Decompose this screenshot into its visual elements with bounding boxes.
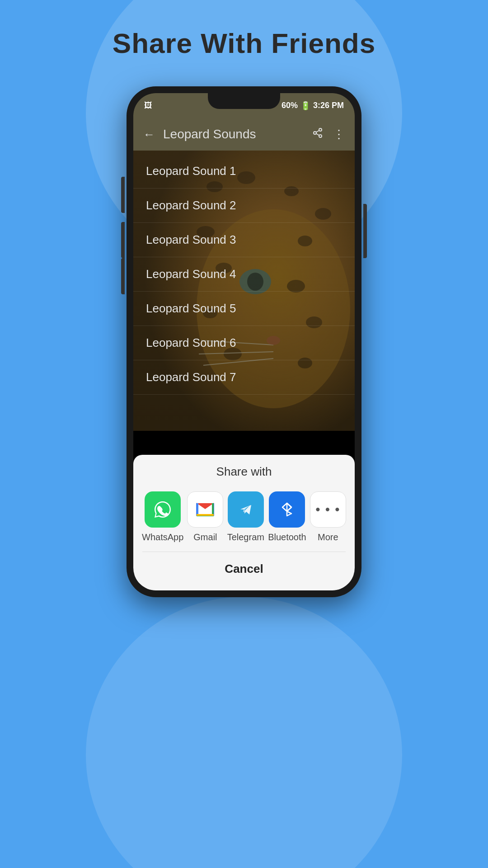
sound-list-area: Leopard Sound 1 Leopard Sound 2 Leopard … <box>133 151 355 431</box>
svg-point-1 <box>314 132 316 134</box>
app-toolbar: ← Leopard Sounds ⋮ <box>133 118 355 151</box>
bluetooth-label: Bluetooth <box>268 532 306 542</box>
phone-frame: 🖼 60% 🔋 3:26 PM ← Leopard Sounds ⋮ <box>127 86 361 597</box>
svg-rect-25 <box>197 503 198 516</box>
cancel-button[interactable]: Cancel <box>133 552 355 586</box>
gmail-icon-wrapper <box>187 491 223 528</box>
phone-screen: 🖼 60% 🔋 3:26 PM ← Leopard Sounds ⋮ <box>133 93 355 590</box>
share-sheet: Share with WhatsApp <box>133 455 355 590</box>
time-display: 3:26 PM <box>313 101 344 110</box>
back-button[interactable]: ← <box>141 126 157 143</box>
photo-icon: 🖼 <box>144 101 152 110</box>
sound-item-4[interactable]: Leopard Sound 4 <box>133 257 355 292</box>
svg-line-4 <box>316 130 319 132</box>
page-title: Share With Friends <box>113 27 375 59</box>
status-right: 60% 🔋 3:26 PM <box>282 101 344 111</box>
svg-rect-26 <box>212 503 214 516</box>
sound-item-5[interactable]: Leopard Sound 5 <box>133 292 355 326</box>
sound-list: Leopard Sound 1 Leopard Sound 2 Leopard … <box>133 151 355 398</box>
svg-point-0 <box>319 128 322 131</box>
gmail-label: Gmail <box>193 532 217 542</box>
share-button[interactable] <box>310 126 325 143</box>
bg-decoration-bottom <box>86 597 402 868</box>
share-option-more[interactable]: • • • More <box>310 491 346 542</box>
share-options: WhatsApp <box>133 487 355 552</box>
share-option-bluetooth[interactable]: Bluetooth <box>268 491 306 542</box>
sound-item-7[interactable]: Leopard Sound 7 <box>133 360 355 395</box>
battery-icon: 🔋 <box>300 101 310 111</box>
battery-percent: 60% <box>282 101 298 110</box>
sound-item-2[interactable]: Leopard Sound 2 <box>133 189 355 223</box>
bluetooth-icon-wrapper <box>269 491 305 528</box>
telegram-icon-wrapper <box>228 491 264 528</box>
whatsapp-icon-wrapper <box>145 491 181 528</box>
share-sheet-title: Share with <box>133 455 355 487</box>
more-button[interactable]: ⋮ <box>331 126 347 143</box>
share-option-telegram[interactable]: Telegram <box>228 491 264 542</box>
phone-notch <box>208 93 280 109</box>
svg-line-3 <box>316 133 319 135</box>
more-label: More <box>318 532 338 542</box>
more-dots-icon: • • • <box>315 502 340 517</box>
share-option-gmail[interactable]: Gmail <box>188 491 223 542</box>
sound-item-3[interactable]: Leopard Sound 3 <box>133 223 355 257</box>
status-left: 🖼 <box>144 101 152 110</box>
toolbar-title: Leopard Sounds <box>163 127 304 142</box>
share-option-whatsapp[interactable]: WhatsApp <box>142 491 183 542</box>
sound-item-6[interactable]: Leopard Sound 6 <box>133 326 355 360</box>
more-icon-wrapper: • • • <box>310 491 346 528</box>
whatsapp-label: WhatsApp <box>142 532 183 542</box>
sound-item-1[interactable]: Leopard Sound 1 <box>133 154 355 189</box>
svg-rect-27 <box>197 514 214 516</box>
svg-point-2 <box>319 135 322 137</box>
telegram-label: Telegram <box>227 532 264 542</box>
